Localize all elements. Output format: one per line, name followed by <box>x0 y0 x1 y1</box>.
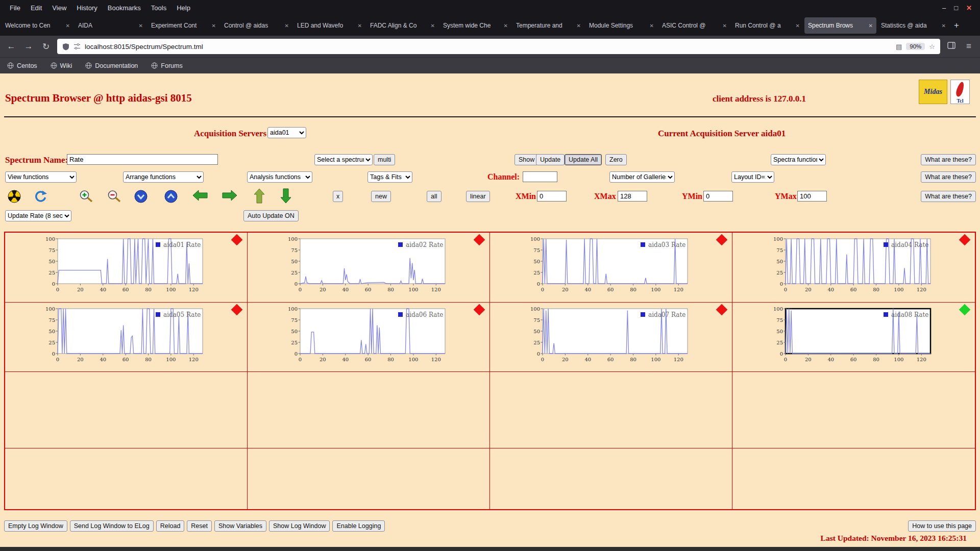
bookmark-item[interactable]: Documentation <box>85 62 138 69</box>
spectrum-plot[interactable]: 1007550250020406080100120aida06 Rate <box>282 305 455 368</box>
spectrum-plot[interactable]: 1007550250020406080100120aida04 Rate <box>767 235 941 298</box>
status-diamond-icon[interactable] <box>716 234 728 246</box>
gallery-cell[interactable]: 1007550250020406080100120aida08 Rate <box>732 303 975 372</box>
tab-close-icon[interactable]: ✕ <box>504 23 508 29</box>
gallery-cell[interactable]: 1007550250020406080100120aida07 Rate <box>490 303 732 372</box>
browser-tab[interactable]: Welcome to Cen ✕ <box>2 17 74 34</box>
status-diamond-icon[interactable] <box>716 304 728 316</box>
midas-logo[interactable]: Midas <box>919 80 947 104</box>
how-to-use-button[interactable]: How to use this page <box>908 520 976 532</box>
bookmark-item[interactable]: Centos <box>7 62 37 69</box>
gallery-cell-empty[interactable] <box>732 448 975 509</box>
page-up-icon[interactable] <box>164 190 178 203</box>
tcl-powered-logo[interactable]: Tcl <box>950 80 970 104</box>
log-window-button[interactable]: Send Log Window to ELog <box>70 520 154 532</box>
site-permissions-icon[interactable] <box>74 43 81 50</box>
select-spectrum-dropdown[interactable]: Select a spectrum <box>314 154 373 165</box>
spectra-functions-dropdown[interactable]: Spectra functions <box>771 154 826 165</box>
gallery-cell-empty[interactable] <box>5 448 248 509</box>
tab-close-icon[interactable]: ✕ <box>431 23 435 29</box>
reload-button[interactable]: ↻ <box>40 41 52 52</box>
tab-close-icon[interactable]: ✕ <box>212 23 216 29</box>
bookmark-item[interactable]: Wiki <box>51 62 72 69</box>
browser-tab[interactable]: Temperature and ✕ <box>512 17 584 34</box>
spectrum-plot[interactable]: 1007550250020406080100120aida08 Rate <box>767 305 941 368</box>
gallery-cell-empty[interactable] <box>490 448 732 509</box>
refresh-icon[interactable] <box>34 190 47 203</box>
update-button[interactable]: Update <box>536 154 565 165</box>
arrow-down-icon[interactable] <box>280 188 291 204</box>
close-window-button[interactable]: ✕ <box>966 4 972 12</box>
tab-close-icon[interactable]: ✕ <box>577 23 581 29</box>
update-all-button[interactable]: Update All <box>565 154 602 165</box>
status-diamond-icon[interactable] <box>474 304 485 316</box>
zoom-in-icon[interactable] <box>79 190 93 203</box>
ymin-input[interactable] <box>703 191 733 202</box>
browser-tab[interactable]: Control @ aidas ✕ <box>220 17 292 34</box>
browser-tab[interactable]: FADC Align & Co ✕ <box>366 17 438 34</box>
browser-tab[interactable]: AIDA ✕ <box>75 17 146 34</box>
new-tab-button[interactable]: + <box>950 19 963 32</box>
zero-button[interactable]: Zero <box>605 154 627 165</box>
bookmark-star-icon[interactable]: ☆ <box>929 43 935 51</box>
gallery-cell[interactable]: 1007550250020406080100120aida01 Rate <box>5 233 248 303</box>
browser-tab[interactable]: Run Control @ a ✕ <box>731 17 803 34</box>
what-are-these-button[interactable]: What are these? <box>921 171 976 183</box>
shield-icon[interactable] <box>62 43 69 51</box>
menu-item[interactable]: Bookmarks <box>103 3 145 13</box>
radiation-icon[interactable] <box>8 190 21 203</box>
show-button[interactable]: Show <box>514 154 538 165</box>
ymax-input[interactable] <box>797 191 827 202</box>
arrow-left-icon[interactable] <box>192 190 208 201</box>
browser-tab[interactable]: Module Settings ✕ <box>585 17 657 34</box>
arrow-right-icon[interactable] <box>222 190 237 201</box>
url-text[interactable]: localhost:8015/Spectrum/Spectrum.tml <box>85 43 892 51</box>
gallery-cell[interactable]: 1007550250020406080100120aida02 Rate <box>248 233 490 303</box>
analysis-functions-dropdown[interactable]: Analysis functions <box>247 171 312 183</box>
browser-tab[interactable]: System wide Che ✕ <box>439 17 511 34</box>
menu-icon[interactable]: ≡ <box>963 41 975 52</box>
log-window-button[interactable]: Reset <box>187 520 212 532</box>
gallery-cell-empty[interactable] <box>5 372 248 448</box>
browser-tab[interactable]: LED and Wavefo ✕ <box>293 17 365 34</box>
status-diamond-icon[interactable] <box>474 234 485 246</box>
update-rate-dropdown[interactable]: Update Rate (8 secs) <box>5 210 71 221</box>
back-button[interactable]: ← <box>5 41 17 52</box>
browser-tab[interactable]: ASIC Control @ ✕ <box>658 17 730 34</box>
gallery-cell-empty[interactable] <box>490 372 732 448</box>
status-diamond-icon[interactable] <box>959 304 971 316</box>
log-window-button[interactable]: Enable Logging <box>332 520 385 532</box>
menu-item[interactable]: Edit <box>26 3 46 13</box>
gallery-cell-empty[interactable] <box>248 448 490 509</box>
minimize-button[interactable]: – <box>942 4 946 12</box>
gallery-cell[interactable]: 1007550250020406080100120aida04 Rate <box>732 233 975 303</box>
all-button[interactable]: all <box>427 191 442 202</box>
address-bar[interactable]: localhost:8015/Spectrum/Spectrum.tml ▤ 9… <box>57 39 940 54</box>
acquisition-server-select[interactable]: aida01 <box>267 127 306 138</box>
tab-close-icon[interactable]: ✕ <box>358 23 362 29</box>
browser-tab[interactable]: Experiment Cont ✕ <box>148 17 219 34</box>
arrange-functions-dropdown[interactable]: Arrange functions <box>123 171 204 183</box>
page-down-icon[interactable] <box>134 190 148 203</box>
layout-id-dropdown[interactable]: Layout ID=1 <box>731 171 774 183</box>
gallery-cell-empty[interactable] <box>248 372 490 448</box>
spectrum-plot[interactable]: 1007550250020406080100120aida02 Rate <box>282 235 455 298</box>
gallery-cell[interactable]: 1007550250020406080100120aida03 Rate <box>490 233 732 303</box>
spectrum-plot[interactable]: 1007550250020406080100120aida01 Rate <box>39 235 213 298</box>
reader-mode-icon[interactable]: ▤ <box>896 43 902 51</box>
maximize-button[interactable]: □ <box>954 4 958 12</box>
what-are-these-button[interactable]: What are these? <box>921 191 976 202</box>
what-are-these-button[interactable]: What are these? <box>921 154 976 165</box>
tab-close-icon[interactable]: ✕ <box>942 23 946 29</box>
tab-close-icon[interactable]: ✕ <box>723 23 727 29</box>
x-button[interactable]: x <box>333 191 343 202</box>
tags-fits-dropdown[interactable]: Tags & Fits <box>368 171 412 183</box>
log-window-button[interactable]: Reload <box>156 520 185 532</box>
menu-item[interactable]: File <box>5 3 25 13</box>
bookmark-item[interactable]: Forums <box>151 62 182 69</box>
channel-input[interactable] <box>523 171 557 182</box>
menu-item[interactable]: View <box>47 3 71 13</box>
menu-item[interactable]: History <box>72 3 102 13</box>
menu-item[interactable]: Tools <box>146 3 171 13</box>
browser-tab[interactable]: Statistics @ aida ✕ <box>877 17 949 34</box>
